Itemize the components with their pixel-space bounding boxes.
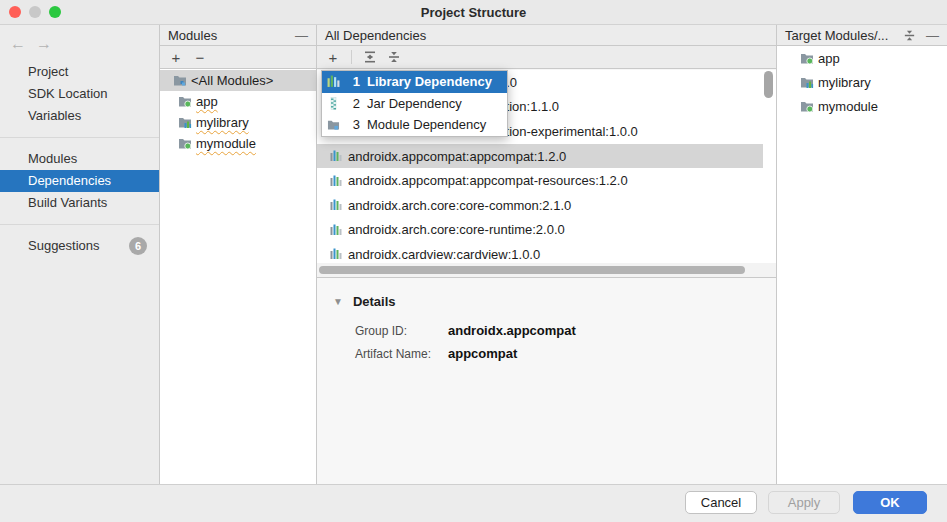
target-row-app[interactable]: app <box>777 46 947 70</box>
sidebar-item-dependencies[interactable]: Dependencies <box>0 170 159 192</box>
library-folder-icon <box>178 116 192 129</box>
dependency-row[interactable]: androidx.arch.core:core-common:2.1.0 <box>317 193 763 218</box>
forward-icon[interactable]: → <box>36 35 52 53</box>
target-modules-panel: Target Modules/... — app <box>777 25 947 484</box>
collapse-all-icon[interactable] <box>903 29 916 42</box>
project-structure-dialog: Project Structure ← → Project SDK Locati… <box>0 0 947 522</box>
zoom-window-button[interactable] <box>49 6 61 18</box>
modules-toolbar: + − <box>160 46 316 69</box>
sidebar-separator <box>0 137 159 138</box>
module-folder-icon <box>178 137 192 150</box>
expand-all-icon[interactable] <box>360 48 380 66</box>
modules-panel: Modules — + − <All Modules> <box>160 25 317 484</box>
sidebar-separator <box>0 224 159 225</box>
sidebar-group-modules: Modules Dependencies Build Variants <box>0 148 159 214</box>
menu-item-module-dependency[interactable]: 3 Module Dependency <box>322 114 507 136</box>
dependency-row-selected[interactable]: androidx.appcompat:appcompat:1.2.0 <box>317 144 763 169</box>
module-row-app[interactable]: app <box>160 91 316 112</box>
group-id-value: androidx.appcompat <box>448 323 776 338</box>
sidebar-item-modules[interactable]: Modules <box>0 148 159 170</box>
library-icon <box>330 199 342 211</box>
details-title: Details <box>353 294 396 309</box>
remove-module-button[interactable]: − <box>190 48 210 66</box>
target-modules-list: app mylibrary mymodule <box>777 46 947 118</box>
cancel-button[interactable]: Cancel <box>685 491 757 514</box>
modules-panel-title: Modules <box>168 28 217 43</box>
sidebar-group-project: Project SDK Location Variables <box>0 61 159 127</box>
dialog-footer: Cancel Apply OK <box>0 484 947 522</box>
module-folder-icon <box>178 95 192 108</box>
module-row-all-modules[interactable]: <All Modules> <box>160 70 316 91</box>
library-icon <box>330 248 342 260</box>
target-row-mymodule[interactable]: mymodule <box>777 94 947 118</box>
modules-panel-header: Modules — <box>160 25 316 46</box>
library-icon <box>330 224 342 236</box>
hide-panel-icon[interactable]: — <box>926 28 939 43</box>
jar-icon <box>327 97 340 110</box>
library-icon <box>330 175 342 187</box>
details-disclosure-icon[interactable]: ▼ <box>333 296 343 307</box>
horizontal-scrollbar[interactable] <box>319 266 745 274</box>
target-row-mylibrary[interactable]: mylibrary <box>777 70 947 94</box>
vertical-scrollbar[interactable] <box>764 71 773 98</box>
artifact-name-value: appcompat <box>448 346 776 361</box>
suggestions-count-badge: 6 <box>129 237 147 255</box>
history-nav: ← → <box>0 33 159 55</box>
add-dependency-menu: 1 Library Dependency 2 Jar Dependency 3 … <box>321 70 508 137</box>
dependencies-panel-title: All Dependencies <box>325 28 426 43</box>
add-dependency-button[interactable]: + <box>323 48 343 66</box>
sidebar-item-project[interactable]: Project <box>0 61 159 83</box>
add-module-button[interactable]: + <box>166 48 186 66</box>
sidebar-item-suggestions[interactable]: Suggestions 6 <box>0 235 159 257</box>
collapse-all-icon[interactable] <box>384 48 404 66</box>
sidebar-item-sdk-location[interactable]: SDK Location <box>0 83 159 105</box>
module-row-mylibrary[interactable]: mylibrary <box>160 112 316 133</box>
sidebar-item-variables[interactable]: Variables <box>0 105 159 127</box>
library-folder-icon <box>800 76 814 89</box>
hide-panel-icon[interactable]: — <box>295 28 308 43</box>
dependency-row[interactable]: androidx.arch.core:core-runtime:2.0.0 <box>317 218 763 243</box>
target-panel-header: Target Modules/... — <box>777 25 947 46</box>
dependency-row[interactable]: androidx.appcompat:appcompat-resources:1… <box>317 168 763 193</box>
module-folder-icon <box>800 100 814 113</box>
module-row-mymodule[interactable]: mymodule <box>160 133 316 154</box>
dependencies-toolbar: + <box>317 46 776 69</box>
library-icon <box>327 75 340 88</box>
close-window-button[interactable] <box>9 6 21 18</box>
back-icon[interactable]: ← <box>10 35 26 53</box>
module-folder-icon <box>800 52 814 65</box>
traffic-lights <box>9 6 61 18</box>
minimize-window-button[interactable] <box>29 6 41 18</box>
dependencies-panel-header: All Dependencies <box>317 25 776 46</box>
ok-button[interactable]: OK <box>853 491 927 514</box>
sidebar-item-build-variants[interactable]: Build Variants <box>0 192 159 214</box>
titlebar: Project Structure <box>0 0 947 25</box>
group-id-label: Group ID: <box>355 324 448 338</box>
apply-button[interactable]: Apply <box>768 491 840 514</box>
window-title: Project Structure <box>421 5 526 20</box>
sidebar: ← → Project SDK Location Variables Modul… <box>0 25 160 484</box>
toolbar-separator <box>351 50 352 64</box>
menu-item-jar-dependency[interactable]: 2 Jar Dependency <box>322 93 507 115</box>
menu-item-library-dependency[interactable]: 1 Library Dependency <box>322 71 507 93</box>
all-modules-folder-icon <box>173 74 187 87</box>
target-panel-title: Target Modules/... <box>785 28 888 43</box>
details-section: ▼ Details Group ID: androidx.appcompat A… <box>317 277 776 484</box>
horizontal-scrollbar-track <box>317 263 776 277</box>
modules-list: <All Modules> app mylibrary <box>160 70 316 484</box>
module-icon <box>327 119 340 131</box>
library-icon <box>330 150 342 162</box>
artifact-name-label: Artifact Name: <box>355 347 448 361</box>
